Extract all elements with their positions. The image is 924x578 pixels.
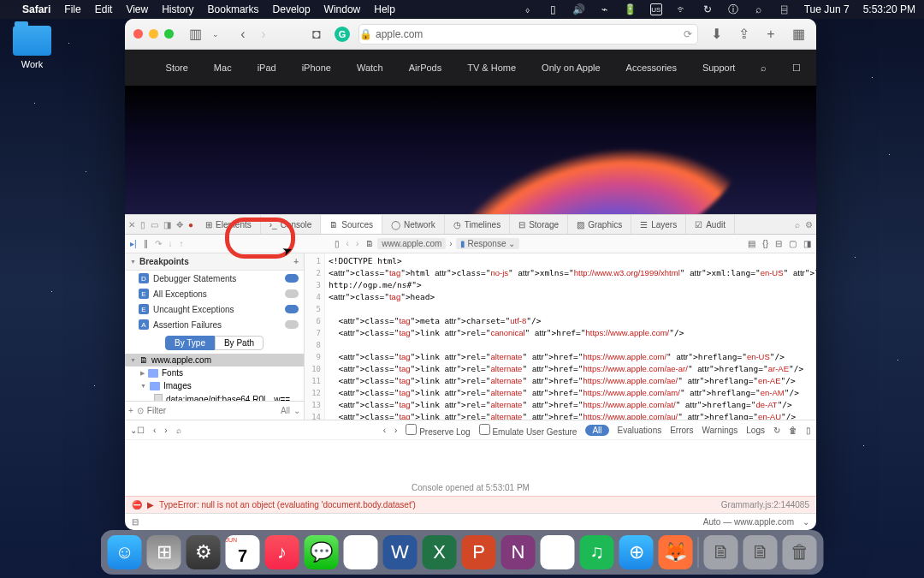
- dock-trash[interactable]: 🗑: [783, 535, 817, 569]
- breakpoint-item[interactable]: DDebugger Statements: [125, 271, 304, 286]
- dock-spotify[interactable]: ♫: [580, 535, 614, 569]
- devtools-tab-timelines[interactable]: ◷Timelines: [445, 215, 510, 234]
- menu-help[interactable]: Help: [374, 3, 395, 15]
- nav-only[interactable]: Only on Apple: [542, 63, 601, 73]
- dock-launchpad[interactable]: ⊞: [147, 535, 181, 569]
- close-button[interactable]: [133, 29, 143, 39]
- tabs-overview-icon[interactable]: ▦: [789, 25, 808, 44]
- dock-powerpoint[interactable]: P: [462, 535, 496, 569]
- dock-onenote[interactable]: N: [501, 535, 536, 569]
- minimize-button[interactable]: [149, 29, 158, 39]
- pause-icon[interactable]: ‖: [144, 239, 148, 248]
- devtools-tab-layers[interactable]: ☰Layers: [631, 215, 686, 234]
- collapse-icon[interactable]: ▯: [806, 426, 811, 435]
- nav-iphone[interactable]: iPhone: [302, 63, 331, 73]
- console-prev-icon[interactable]: ‹: [153, 426, 156, 435]
- breadcrumb[interactable]: 🗎www.apple.com ›▮ Response ⌄: [365, 238, 519, 249]
- footer-context[interactable]: Auto — www.apple.com: [703, 517, 794, 527]
- back-button[interactable]: ‹: [234, 25, 252, 44]
- step-in-icon[interactable]: ↓: [169, 239, 173, 248]
- menu-edit[interactable]: Edit: [95, 3, 113, 15]
- bluetooth-icon[interactable]: ⌁: [599, 3, 611, 15]
- console-nav-prev[interactable]: ‹: [383, 426, 386, 435]
- input-icon[interactable]: US: [650, 3, 662, 15]
- nav-tvhome[interactable]: TV & Home: [467, 63, 516, 73]
- console-nav-next[interactable]: ›: [394, 426, 397, 435]
- error-indicator-icon[interactable]: ●: [188, 220, 193, 229]
- zoom-button[interactable]: [164, 29, 174, 39]
- target-icon[interactable]: ✥: [176, 220, 183, 229]
- search-icon[interactable]: ⌕: [753, 3, 765, 15]
- grammarly-icon[interactable]: G: [335, 27, 350, 42]
- control-center-icon[interactable]: ⌸: [779, 3, 791, 15]
- app-name[interactable]: Safari: [22, 3, 50, 15]
- dock-doc1[interactable]: 🗎: [704, 535, 738, 569]
- volume-icon[interactable]: 🔊: [573, 3, 585, 15]
- trash-icon[interactable]: 🗑: [789, 426, 797, 435]
- dock-music[interactable]: ♪: [265, 535, 299, 569]
- dock-chrome[interactable]: ◉: [344, 535, 378, 569]
- dropbox-icon[interactable]: ⬨: [522, 3, 534, 15]
- devtools-tab-network[interactable]: ◯Network: [382, 215, 445, 234]
- wifi-icon[interactable]: ᯤ: [676, 3, 688, 15]
- downloads-icon[interactable]: ⬇: [707, 25, 726, 44]
- menu-bookmarks[interactable]: Bookmarks: [208, 3, 259, 15]
- menubar-time[interactable]: 5:53:20 PM: [863, 3, 915, 15]
- console-search-input[interactable]: [190, 426, 299, 435]
- breakpoints-header[interactable]: Breakpoints +: [125, 253, 304, 271]
- menu-develop[interactable]: Develop: [273, 3, 311, 15]
- menu-window[interactable]: Window: [324, 3, 361, 15]
- breakpoint-item[interactable]: EAll Exceptions: [125, 286, 304, 301]
- nav-support[interactable]: Support: [702, 63, 736, 73]
- dock-doc2[interactable]: 🗎: [743, 535, 778, 569]
- filter-warnings[interactable]: Warnings: [702, 426, 737, 435]
- filter-all[interactable]: All: [281, 406, 290, 415]
- devtools-settings-icon[interactable]: ⚙: [805, 220, 813, 229]
- dock-excel[interactable]: X: [423, 535, 457, 569]
- reload-icon[interactable]: ⟳: [684, 28, 692, 40]
- devtools-tab-audit[interactable]: ☑Audit: [686, 215, 735, 234]
- dock-safari[interactable]: ⊕: [619, 535, 654, 569]
- dock-messages[interactable]: 💬: [305, 535, 339, 569]
- wrap-icon[interactable]: ⊟: [775, 239, 782, 248]
- nav-search-icon[interactable]: ⌕: [761, 63, 767, 73]
- sync-icon[interactable]: ↻: [702, 3, 714, 15]
- reload-icon[interactable]: ↻: [773, 426, 780, 435]
- dock-left-icon[interactable]: ▯: [140, 220, 145, 229]
- file-next-icon[interactable]: ›: [356, 239, 358, 248]
- devtools-tab-sources[interactable]: 🗎Sources: [321, 215, 382, 234]
- console-search-icon[interactable]: ⌕: [176, 426, 181, 435]
- pretty-print-icon[interactable]: ▤: [748, 239, 755, 248]
- devtools-tab-storage[interactable]: ⊟Storage: [510, 215, 568, 234]
- menubar-date[interactable]: Tue Jun 7: [804, 3, 850, 15]
- nav-airpods[interactable]: AirPods: [409, 63, 442, 73]
- nav-mac[interactable]: Mac: [214, 63, 232, 73]
- panel-toggle-icon[interactable]: ▯: [335, 239, 340, 248]
- nav-watch[interactable]: Watch: [357, 63, 383, 73]
- tab-by-type[interactable]: By Type: [165, 336, 215, 350]
- breakpoint-item[interactable]: EUncaught Exceptions: [125, 301, 304, 317]
- dock-word[interactable]: W: [383, 535, 418, 569]
- console-error-row[interactable]: ⛔ ▶ TypeError: null is not an object (ev…: [125, 496, 816, 513]
- preserve-log-checkbox[interactable]: Preserve Log: [406, 424, 470, 437]
- file-prev-icon[interactable]: ‹: [346, 239, 349, 248]
- close-devtools-icon[interactable]: ✕: [128, 220, 135, 229]
- map-icon[interactable]: ▢: [789, 239, 797, 248]
- shield-icon[interactable]: ◘: [307, 25, 326, 44]
- filter-eval[interactable]: Evaluations: [618, 426, 662, 435]
- step-out-icon[interactable]: ↑: [180, 239, 184, 248]
- tree-file[interactable]: data:image/gif;base64,R0l…w==: [125, 392, 304, 401]
- resume-icon[interactable]: ▸|: [130, 239, 137, 248]
- disclosure-icon[interactable]: ▶: [147, 500, 154, 509]
- devtools-tab-console[interactable]: ›_Console: [261, 215, 322, 234]
- help-icon[interactable]: ⓘ: [727, 3, 739, 15]
- emulate-gesture-checkbox[interactable]: Emulate User Gesture: [479, 424, 578, 437]
- devtools-tab-elements[interactable]: ⊞Elements: [197, 215, 261, 234]
- menu-view[interactable]: View: [126, 3, 148, 15]
- address-bar[interactable]: 🔒 apple.com ⟳: [358, 24, 698, 45]
- desktop-folder-work[interactable]: Work: [13, 26, 51, 69]
- footer-tree-icon[interactable]: ⊟: [132, 517, 139, 527]
- nav-ipad[interactable]: iPad: [258, 63, 276, 73]
- chevron-down-icon[interactable]: ⌄: [206, 25, 225, 44]
- dock-finder[interactable]: ☺: [108, 535, 142, 569]
